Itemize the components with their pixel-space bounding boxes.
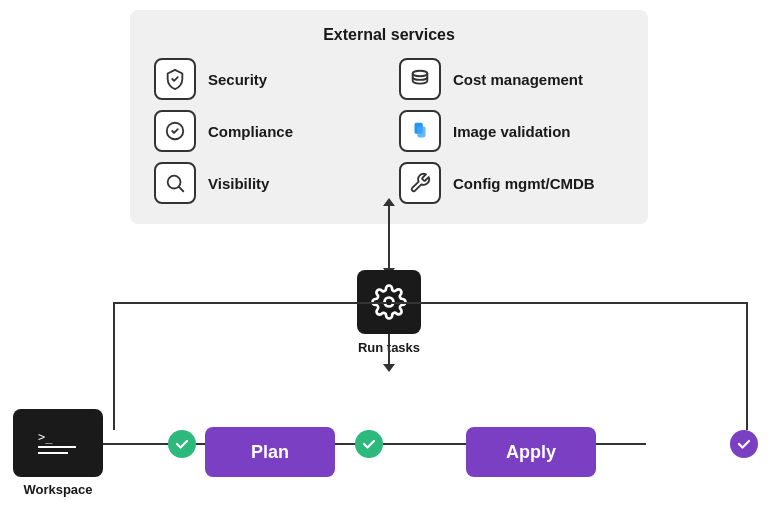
diagram-container: External services Security <box>0 0 778 505</box>
checkmark-icon-2 <box>361 436 377 452</box>
services-grid: Security Cost management <box>154 58 624 204</box>
flow-line-apply-to-check3 <box>596 443 646 445</box>
side-v-right-line <box>746 302 748 430</box>
config-mgmt-label: Config mgmt/CMDB <box>453 175 595 192</box>
service-item-image-validation: Image validation <box>399 110 624 152</box>
checkmark-icon-3 <box>736 436 752 452</box>
compliance-label: Compliance <box>208 123 293 140</box>
top-h-left-line <box>113 302 387 304</box>
compliance-icon-box <box>154 110 196 152</box>
apply-box: Apply <box>466 427 596 477</box>
flow-check-circle-2 <box>355 430 383 458</box>
visibility-icon-box <box>154 162 196 204</box>
flow-line-ws-to-check1 <box>103 443 171 445</box>
checkmark-icon-1 <box>174 436 190 452</box>
image-validation-label: Image validation <box>453 123 571 140</box>
wrench-icon <box>409 172 431 194</box>
flow-line-plan-to-check2 <box>335 443 356 445</box>
flow-check-circle-1 <box>168 430 196 458</box>
top-h-right-line <box>391 302 748 304</box>
service-item-security: Security <box>154 58 379 100</box>
terminal-icon: >_ <box>36 427 80 459</box>
side-v-left-line <box>113 302 115 430</box>
svg-text:>_: >_ <box>38 430 53 444</box>
apply-label: Apply <box>506 442 556 463</box>
security-icon-box <box>154 58 196 100</box>
config-mgmt-icon-box <box>399 162 441 204</box>
flow-line-check2-to-apply <box>383 443 467 445</box>
money-stack-icon <box>409 68 431 90</box>
external-services-title: External services <box>154 26 624 44</box>
service-item-compliance: Compliance <box>154 110 379 152</box>
service-item-visibility: Visibility <box>154 162 379 204</box>
shield-check-icon <box>164 68 186 90</box>
workspace-label: Workspace <box>13 482 103 497</box>
flow-check-circle-3 <box>730 430 758 458</box>
cost-management-icon-box <box>399 58 441 100</box>
svg-point-0 <box>413 71 428 77</box>
plan-box: Plan <box>205 427 335 477</box>
service-item-config-mgmt: Config mgmt/CMDB <box>399 162 624 204</box>
svg-line-5 <box>179 187 183 191</box>
compliance-check-icon <box>164 120 186 142</box>
image-layers-icon <box>409 120 431 142</box>
workspace-box: >_ <box>13 409 103 477</box>
search-icon <box>164 172 186 194</box>
run-tasks-down-arrow <box>388 334 390 366</box>
svg-rect-3 <box>417 126 425 137</box>
cost-management-label: Cost management <box>453 71 583 88</box>
run-tasks-to-services-arrow <box>388 204 390 270</box>
external-services-box: External services Security <box>130 10 648 224</box>
service-item-cost-management: Cost management <box>399 58 624 100</box>
visibility-label: Visibility <box>208 175 269 192</box>
image-validation-icon-box <box>399 110 441 152</box>
plan-label: Plan <box>251 442 289 463</box>
security-label: Security <box>208 71 267 88</box>
